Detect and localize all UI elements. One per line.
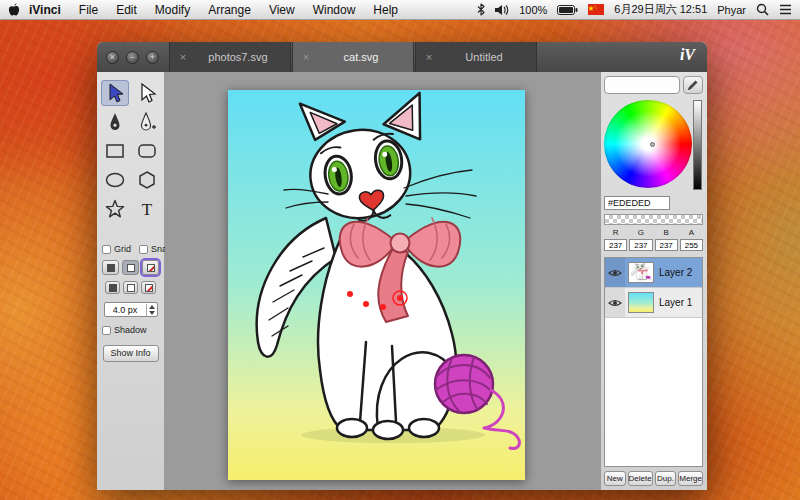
select-tool-button[interactable] [101, 80, 129, 106]
bluetooth-icon[interactable] [477, 3, 485, 16]
text-tool-icon: T [136, 198, 158, 220]
direct-select-arrow-icon [136, 82, 158, 104]
menubar-username[interactable]: Phyar [717, 4, 746, 16]
stroke-width-stepper[interactable]: 4.0 px [104, 302, 158, 317]
tab-close-icon[interactable]: × [424, 51, 434, 63]
window-controls: × − + [97, 42, 169, 72]
checkbox-box [102, 326, 111, 335]
open-stroke-icon [127, 284, 135, 292]
no-stroke-icon [145, 284, 153, 292]
delete-layer-button[interactable]: Delete [628, 471, 653, 486]
channel-a-label: A [680, 228, 703, 237]
tool-grid: T [97, 80, 164, 222]
tools-panel: T Grid Snap [97, 72, 165, 490]
layer-buttons: New Delete Dup. Merge [604, 471, 703, 486]
fill-solid-button[interactable] [102, 260, 119, 275]
menu-arrange[interactable]: Arrange [199, 3, 260, 17]
eye-icon [608, 298, 622, 308]
eyedropper-button[interactable] [683, 76, 703, 94]
menu-edit[interactable]: Edit [107, 3, 146, 17]
layer-row-2[interactable]: Layer 2 [605, 258, 702, 288]
solid-stroke-icon [109, 284, 117, 292]
rounded-rectangle-icon [136, 140, 158, 162]
channel-g-label: G [629, 228, 652, 237]
zoom-window-button[interactable]: + [146, 51, 159, 64]
color-wheel-marker [650, 142, 655, 147]
grid-checkbox[interactable]: Grid [102, 244, 131, 254]
select-arrow-icon [104, 82, 126, 104]
pen-nib-icon [104, 111, 126, 133]
layer-thumbnail [628, 292, 654, 313]
layer-visibility-toggle[interactable] [605, 288, 625, 317]
text-tool-button[interactable]: T [133, 196, 161, 222]
show-info-button[interactable]: Show Info [103, 345, 159, 362]
app-window: × − + × photos7.svg × cat.svg × Untitled… [97, 42, 707, 490]
rounded-rectangle-tool-button[interactable] [133, 138, 161, 164]
ellipse-icon [104, 169, 126, 191]
menu-modify[interactable]: Modify [146, 3, 199, 17]
stepper-arrows[interactable] [146, 304, 157, 316]
svg-text:T: T [141, 200, 152, 219]
menu-file[interactable]: File [70, 3, 107, 17]
stroke-solid-button[interactable] [105, 281, 120, 294]
rectangle-tool-button[interactable] [101, 138, 129, 164]
tab-label: Untitled [440, 51, 528, 63]
alpha-slider[interactable] [604, 214, 703, 225]
shadow-checkbox[interactable]: Shadow [102, 325, 147, 335]
channel-b-label: B [655, 228, 678, 237]
tab-untitled[interactable]: × Untitled [415, 42, 537, 72]
pencil-icon [687, 79, 699, 91]
stroke-open-button[interactable] [123, 281, 138, 294]
pen-tool-button[interactable] [101, 109, 129, 135]
layer-row-1[interactable]: Layer 1 [605, 288, 702, 318]
channel-a-input[interactable] [680, 239, 703, 251]
new-layer-button[interactable]: New [604, 471, 626, 486]
layer-visibility-toggle[interactable] [605, 258, 625, 287]
menu-window[interactable]: Window [304, 3, 365, 17]
menu-app-name[interactable]: iVinci [20, 3, 70, 17]
ellipse-tool-button[interactable] [101, 167, 129, 193]
duplicate-layer-button[interactable]: Dup. [655, 471, 677, 486]
brightness-slider[interactable] [693, 100, 702, 190]
checkbox-box [139, 245, 148, 254]
volume-icon[interactable] [495, 4, 509, 16]
stroke-none-button[interactable] [141, 281, 156, 294]
fill-open-button[interactable] [122, 260, 139, 275]
stepper-up-icon[interactable] [149, 305, 155, 309]
artboard[interactable] [228, 90, 525, 480]
stepper-down-icon[interactable] [149, 311, 155, 315]
spotlight-search-icon[interactable] [756, 3, 769, 16]
shadow-label: Shadow [114, 325, 147, 335]
minimize-window-button[interactable]: − [126, 51, 139, 64]
star-tool-button[interactable] [101, 196, 129, 222]
hex-color-input[interactable] [604, 196, 670, 210]
input-language-flag-icon[interactable] [588, 4, 604, 15]
merge-layer-button[interactable]: Merge [678, 471, 703, 486]
notification-center-icon[interactable] [779, 4, 792, 15]
grid-label: Grid [114, 244, 131, 254]
solid-fill-icon [107, 264, 115, 272]
channel-b-input[interactable] [655, 239, 678, 251]
tab-close-icon[interactable]: × [301, 51, 311, 63]
tab-photos7[interactable]: × photos7.svg [169, 42, 291, 72]
canvas-area[interactable] [165, 72, 600, 490]
add-anchor-pen-tool-button[interactable] [133, 109, 161, 135]
tab-close-icon[interactable]: × [178, 51, 188, 63]
channel-g-input[interactable] [629, 239, 652, 251]
tab-label: cat.svg [317, 51, 405, 63]
polygon-tool-button[interactable] [133, 167, 161, 193]
close-window-button[interactable]: × [106, 51, 119, 64]
menu-view[interactable]: View [260, 3, 304, 17]
eye-icon [608, 268, 622, 278]
apple-menu-icon[interactable] [8, 3, 20, 17]
menubar-clock[interactable]: 6月29日周六 12:51 [614, 2, 707, 17]
window-titlebar[interactable]: × − + × photos7.svg × cat.svg × Untitled… [97, 42, 707, 72]
stroke-width-value: 4.0 px [105, 305, 146, 315]
battery-icon[interactable] [557, 5, 578, 15]
channel-r-input[interactable] [604, 239, 627, 251]
tab-cat[interactable]: × cat.svg [292, 42, 414, 72]
menu-help[interactable]: Help [364, 3, 407, 17]
direct-select-tool-button[interactable] [133, 80, 161, 106]
fill-none-button[interactable] [142, 260, 159, 275]
color-wheel[interactable] [604, 100, 692, 188]
